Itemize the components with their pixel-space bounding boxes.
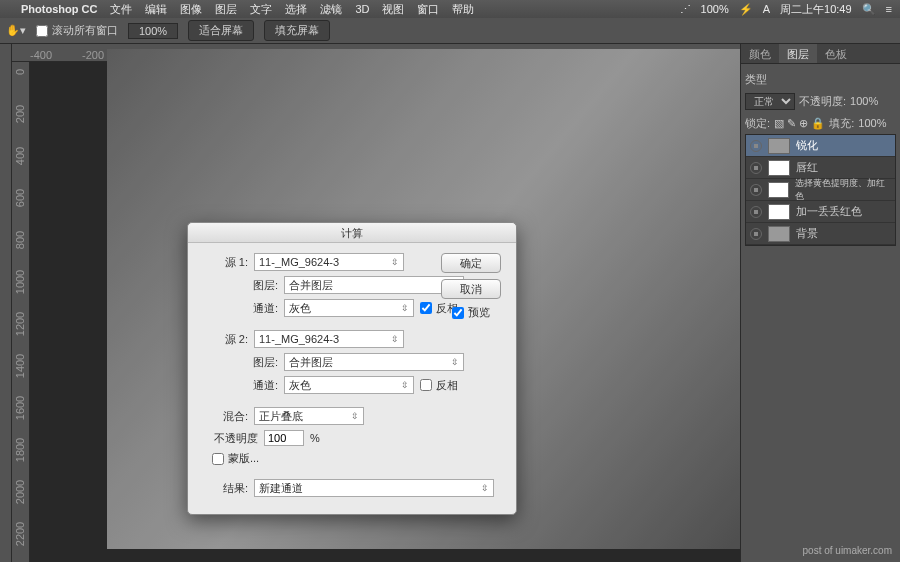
source1-select[interactable]: 11-_MG_9624-3 xyxy=(254,253,404,271)
watermark: post of uimaker.com xyxy=(803,545,892,556)
lock-label: 锁定: xyxy=(745,116,770,131)
opacity-value[interactable]: 100% xyxy=(850,95,878,107)
menu-type[interactable]: 文字 xyxy=(250,2,272,17)
source1-label: 源 1: xyxy=(200,255,248,270)
layer-row[interactable]: 背景 xyxy=(746,223,895,245)
menu-layer[interactable]: 图层 xyxy=(215,2,237,17)
menu-view[interactable]: 视图 xyxy=(382,2,404,17)
layer-row[interactable]: 加一丢丢红色 xyxy=(746,201,895,223)
channel2-label: 通道: xyxy=(230,378,278,393)
invert2-checkbox[interactable]: 反相 xyxy=(420,378,468,393)
menu-filter[interactable]: 滤镜 xyxy=(320,2,342,17)
visibility-icon[interactable] xyxy=(750,162,762,174)
tab-swatches[interactable]: 色板 xyxy=(817,44,855,63)
lock-icons[interactable]: ▧ ✎ ⊕ 🔒 xyxy=(774,117,825,130)
blend-mode-select[interactable]: 正常 xyxy=(745,93,795,110)
source2-label: 源 2: xyxy=(200,332,248,347)
macos-menubar: Photoshop CC 文件 编辑 图像 图层 文字 选择 滤镜 3D 视图 … xyxy=(0,0,900,18)
kind-label: 类型 xyxy=(745,72,767,87)
layer-row[interactable]: 锐化 xyxy=(746,135,895,157)
layer1-label: 图层: xyxy=(230,278,278,293)
preview-checkbox[interactable]: 预览 xyxy=(452,305,490,320)
layers-list: 锐化 唇红 选择黄色提明度、加红色 加一丢丢红色 背景 xyxy=(745,134,896,246)
result-label: 结果: xyxy=(200,481,248,496)
menu-select[interactable]: 选择 xyxy=(285,2,307,17)
layer-thumb[interactable] xyxy=(768,160,790,176)
blend-select[interactable]: 正片叠底 xyxy=(254,407,364,425)
layer-row[interactable]: 选择黄色提明度、加红色 xyxy=(746,179,895,201)
menu-icon[interactable]: ≡ xyxy=(886,3,892,15)
layer-thumb[interactable] xyxy=(768,204,790,220)
visibility-icon[interactable] xyxy=(750,206,762,218)
clock: 周二上午10:49 xyxy=(780,2,852,17)
battery-pct: 100% xyxy=(701,3,729,15)
visibility-icon[interactable] xyxy=(750,184,762,196)
panel-tabs: 颜色 图层 色板 xyxy=(741,44,900,64)
layer1-select[interactable]: 合并图层 xyxy=(284,276,464,294)
options-bar: ✋▾ 滚动所有窗口 100% 适合屏幕 填充屏幕 xyxy=(0,18,900,44)
scroll-all-checkbox[interactable]: 滚动所有窗口 xyxy=(36,23,118,38)
battery-icon: ⚡ xyxy=(739,3,753,16)
channel1-label: 通道: xyxy=(230,301,278,316)
layer-name: 唇红 xyxy=(796,160,818,175)
hand-tool-icon[interactable]: ✋▾ xyxy=(6,24,26,37)
tab-color[interactable]: 颜色 xyxy=(741,44,779,63)
calculations-dialog: 计算 确定 取消 预览 源 1:11-_MG_9624-3 图层:合并图层 通道… xyxy=(187,222,517,515)
ok-button[interactable]: 确定 xyxy=(441,253,501,273)
mask-checkbox[interactable]: 蒙版... xyxy=(212,451,260,466)
menu-3d[interactable]: 3D xyxy=(355,3,369,15)
wifi-icon[interactable]: ⋰ xyxy=(680,3,691,16)
canvas-area: -400-20002004006008001000120014001600180… xyxy=(12,44,740,562)
menu-help[interactable]: 帮助 xyxy=(452,2,474,17)
menu-edit[interactable]: 编辑 xyxy=(145,2,167,17)
panels-area: 颜色 图层 色板 类型 正常 不透明度: 100% 锁定: ▧ ✎ ⊕ 🔒 填充… xyxy=(740,44,900,562)
fit-screen-button[interactable]: 适合屏幕 xyxy=(188,20,254,41)
menu-image[interactable]: 图像 xyxy=(180,2,202,17)
layer-thumb[interactable] xyxy=(768,182,789,198)
visibility-icon[interactable] xyxy=(750,228,762,240)
channel2-select[interactable]: 灰色 xyxy=(284,376,414,394)
channel1-select[interactable]: 灰色 xyxy=(284,299,414,317)
zoom-value[interactable]: 100% xyxy=(128,23,178,39)
layer-name: 加一丢丢红色 xyxy=(796,204,862,219)
result-select[interactable]: 新建通道 xyxy=(254,479,494,497)
layer-name: 选择黄色提明度、加红色 xyxy=(795,177,891,203)
ruler-vertical: 0200400600800100012001400160018002000220… xyxy=(12,62,30,562)
dialog-title: 计算 xyxy=(188,223,516,243)
layer2-select[interactable]: 合并图层 xyxy=(284,353,464,371)
blend-label: 混合: xyxy=(200,409,248,424)
source2-select[interactable]: 11-_MG_9624-3 xyxy=(254,330,404,348)
fill-label: 填充: xyxy=(829,116,854,131)
cancel-button[interactable]: 取消 xyxy=(441,279,501,299)
layer2-label: 图层: xyxy=(230,355,278,370)
layer-thumb[interactable] xyxy=(768,226,790,242)
opacity-label: 不透明度: xyxy=(799,94,846,109)
ime-icon[interactable]: A xyxy=(763,3,770,15)
menu-window[interactable]: 窗口 xyxy=(417,2,439,17)
opacity-label: 不透明度 xyxy=(200,431,258,446)
layer-name: 背景 xyxy=(796,226,818,241)
app-name[interactable]: Photoshop CC xyxy=(21,3,97,15)
opacity-input[interactable] xyxy=(264,430,304,446)
fill-value[interactable]: 100% xyxy=(858,117,886,129)
layer-thumb[interactable] xyxy=(768,138,790,154)
tab-layers[interactable]: 图层 xyxy=(779,44,817,63)
search-icon[interactable]: 🔍 xyxy=(862,3,876,16)
fill-screen-button[interactable]: 填充屏幕 xyxy=(264,20,330,41)
left-toolbar[interactable] xyxy=(0,44,12,562)
layer-name: 锐化 xyxy=(796,138,818,153)
menu-file[interactable]: 文件 xyxy=(110,2,132,17)
visibility-icon[interactable] xyxy=(750,140,762,152)
